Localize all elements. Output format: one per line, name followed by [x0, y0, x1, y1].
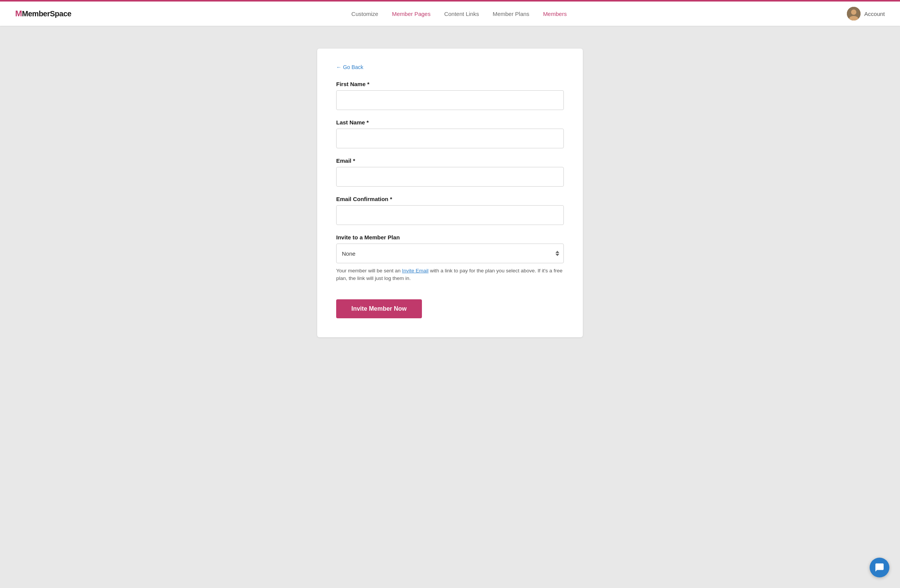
- member-plan-select[interactable]: None: [336, 244, 564, 263]
- chat-bubble-button[interactable]: [870, 558, 889, 577]
- email-input[interactable]: [336, 167, 564, 187]
- nav-customize[interactable]: Customize: [351, 11, 378, 17]
- invite-member-button[interactable]: Invite Member Now: [336, 299, 422, 318]
- nav-menu: Customize Member Pages Content Links Mem…: [351, 11, 567, 17]
- logo-letter: M: [15, 9, 22, 19]
- select-wrapper: None: [336, 244, 564, 263]
- main-content: ← Go Back First Name * Last Name * Email…: [0, 26, 900, 360]
- nav-content-links[interactable]: Content Links: [444, 11, 479, 17]
- last-name-input[interactable]: [336, 129, 564, 148]
- member-plan-group: Invite to a Member Plan None Your member…: [336, 234, 564, 283]
- last-name-group: Last Name *: [336, 119, 564, 148]
- nav-member-plans[interactable]: Member Plans: [492, 11, 529, 17]
- first-name-label: First Name *: [336, 81, 564, 87]
- email-confirmation-label: Email Confirmation *: [336, 196, 564, 202]
- avatar-image: [847, 7, 861, 20]
- svg-point-1: [851, 9, 856, 15]
- invite-email-link[interactable]: Invite Email: [402, 268, 429, 274]
- logo[interactable]: M MemberSpace: [15, 9, 71, 19]
- chat-icon: [875, 563, 884, 572]
- email-confirmation-input[interactable]: [336, 205, 564, 225]
- nav-members[interactable]: Members: [543, 11, 567, 17]
- avatar: [847, 7, 861, 20]
- email-confirmation-group: Email Confirmation *: [336, 196, 564, 225]
- first-name-group: First Name *: [336, 81, 564, 110]
- navbar: M MemberSpace Customize Member Pages Con…: [0, 0, 900, 26]
- logo-text: MemberSpace: [22, 9, 71, 18]
- email-group: Email *: [336, 157, 564, 187]
- helper-text-before: Your member will be sent an: [336, 268, 402, 274]
- member-plan-label: Invite to a Member Plan: [336, 234, 564, 241]
- account-label: Account: [864, 11, 885, 17]
- helper-text: Your member will be sent an Invite Email…: [336, 267, 564, 283]
- first-name-input[interactable]: [336, 90, 564, 110]
- last-name-label: Last Name *: [336, 119, 564, 126]
- go-back-link[interactable]: ← Go Back: [336, 64, 363, 70]
- account-menu[interactable]: Account: [847, 7, 885, 20]
- form-card: ← Go Back First Name * Last Name * Email…: [317, 49, 583, 337]
- email-label: Email *: [336, 157, 564, 164]
- nav-member-pages[interactable]: Member Pages: [392, 11, 431, 17]
